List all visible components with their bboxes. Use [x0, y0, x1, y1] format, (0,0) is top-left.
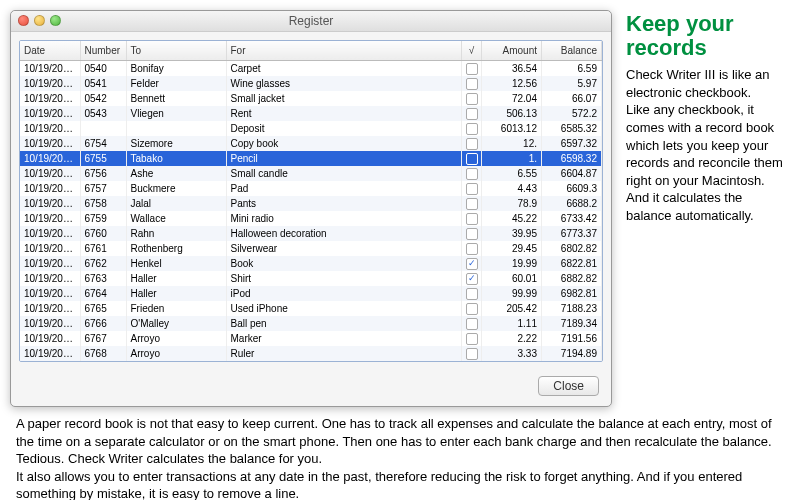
cell-balance[interactable]: 6802.82	[542, 241, 602, 256]
checkbox-icon[interactable]	[466, 243, 478, 255]
cell-balance[interactable]: 5.97	[542, 76, 602, 91]
cell-number[interactable]: 0541	[80, 76, 126, 91]
cell-for_[interactable]: Marker	[226, 331, 462, 346]
cell-date[interactable]: 10/19/20…	[20, 331, 80, 346]
checkbox-icon[interactable]	[466, 288, 478, 300]
cell-for_[interactable]: Pants	[226, 196, 462, 211]
table-row[interactable]: 10/19/20…6755TabakoPencil1.6598.32	[20, 151, 602, 166]
cell-check[interactable]	[462, 346, 482, 361]
cell-amount[interactable]: 29.45	[482, 241, 542, 256]
cell-to[interactable]: Felder	[126, 76, 226, 91]
cell-number[interactable]: 6762	[80, 256, 126, 271]
cell-check[interactable]	[462, 136, 482, 151]
cell-number[interactable]: 6755	[80, 151, 126, 166]
table-row[interactable]: 10/19/20…6768ArroyoRuler3.337194.89	[20, 346, 602, 361]
checkbox-icon[interactable]	[466, 123, 478, 135]
cell-date[interactable]: 10/19/20…	[20, 241, 80, 256]
checkbox-icon[interactable]	[466, 303, 478, 315]
cell-date[interactable]: 10/19/20…	[20, 286, 80, 301]
cell-number[interactable]: 6764	[80, 286, 126, 301]
cell-check[interactable]	[462, 331, 482, 346]
table-row[interactable]: 10/19/20…6763HallerShirt✓60.016882.82	[20, 271, 602, 286]
checkbox-icon[interactable]	[466, 153, 478, 165]
cell-amount[interactable]: 36.54	[482, 61, 542, 77]
close-button[interactable]: Close	[538, 376, 599, 396]
table-row[interactable]: 10/19/20…6756AsheSmall candle6.556604.87	[20, 166, 602, 181]
cell-for_[interactable]: Silverwear	[226, 241, 462, 256]
table-row[interactable]: 10/19/20…6754SizemoreCopy book12.6597.32	[20, 136, 602, 151]
cell-check[interactable]	[462, 301, 482, 316]
cell-amount[interactable]: 6.55	[482, 166, 542, 181]
checkbox-icon[interactable]	[466, 138, 478, 150]
cell-date[interactable]: 10/19/20…	[20, 91, 80, 106]
cell-amount[interactable]: 6013.12	[482, 121, 542, 136]
cell-to[interactable]: Frieden	[126, 301, 226, 316]
cell-amount[interactable]: 19.99	[482, 256, 542, 271]
cell-date[interactable]: 10/19/20…	[20, 61, 80, 77]
cell-check[interactable]	[462, 241, 482, 256]
cell-number[interactable]: 0540	[80, 61, 126, 77]
cell-to[interactable]: Sizemore	[126, 136, 226, 151]
checkbox-icon[interactable]	[466, 228, 478, 240]
cell-balance[interactable]: 6609.3	[542, 181, 602, 196]
cell-for_[interactable]: Pad	[226, 181, 462, 196]
cell-date[interactable]: 10/19/20…	[20, 301, 80, 316]
cell-date[interactable]: 10/19/20…	[20, 316, 80, 331]
cell-amount[interactable]: 12.	[482, 136, 542, 151]
cell-to[interactable]: O'Malley	[126, 316, 226, 331]
col-for[interactable]: For	[226, 41, 462, 61]
cell-check[interactable]	[462, 91, 482, 106]
cell-check[interactable]	[462, 106, 482, 121]
table-row[interactable]: 10/19/20…6757BuckmerePad4.436609.3	[20, 181, 602, 196]
cell-balance[interactable]: 6604.87	[542, 166, 602, 181]
cell-for_[interactable]: Mini radio	[226, 211, 462, 226]
cell-number[interactable]: 6759	[80, 211, 126, 226]
cell-date[interactable]: 10/19/20…	[20, 181, 80, 196]
cell-to[interactable]: Arroyo	[126, 346, 226, 361]
cell-check[interactable]: ✓	[462, 271, 482, 286]
cell-to[interactable]: Rothenberg	[126, 241, 226, 256]
cell-amount[interactable]: 2.22	[482, 331, 542, 346]
table-row[interactable]: 10/19/20…0542BennettSmall jacket72.0466.…	[20, 91, 602, 106]
checkbox-icon[interactable]	[466, 168, 478, 180]
cell-amount[interactable]: 12.56	[482, 76, 542, 91]
checkbox-icon[interactable]	[466, 183, 478, 195]
checkbox-icon[interactable]: ✓	[466, 273, 478, 285]
table-row[interactable]: 10/19/20…6761RothenbergSilverwear29.4568…	[20, 241, 602, 256]
cell-for_[interactable]: Deposit	[226, 121, 462, 136]
cell-amount[interactable]: 4.43	[482, 181, 542, 196]
col-balance[interactable]: Balance	[542, 41, 602, 61]
cell-to[interactable]: Arroyo	[126, 331, 226, 346]
checkbox-icon[interactable]	[466, 318, 478, 330]
table-row[interactable]: 10/19/20…0540BonifayCarpet36.546.59	[20, 61, 602, 77]
cell-check[interactable]	[462, 166, 482, 181]
table-row[interactable]: 10/19/20…6759WallaceMini radio45.226733.…	[20, 211, 602, 226]
cell-amount[interactable]: 1.	[482, 151, 542, 166]
cell-balance[interactable]: 7191.56	[542, 331, 602, 346]
table-row[interactable]: 10/19/20…0541FelderWine glasses12.565.97	[20, 76, 602, 91]
cell-for_[interactable]: Small candle	[226, 166, 462, 181]
cell-date[interactable]: 10/19/20…	[20, 76, 80, 91]
cell-amount[interactable]: 72.04	[482, 91, 542, 106]
cell-amount[interactable]: 45.22	[482, 211, 542, 226]
table-row[interactable]: 10/19/20…Deposit6013.126585.32	[20, 121, 602, 136]
cell-check[interactable]	[462, 181, 482, 196]
cell-number[interactable]: 6765	[80, 301, 126, 316]
cell-amount[interactable]: 3.33	[482, 346, 542, 361]
cell-number[interactable]	[80, 121, 126, 136]
col-check[interactable]: √	[462, 41, 482, 61]
cell-for_[interactable]: Shirt	[226, 271, 462, 286]
cell-amount[interactable]: 1.11	[482, 316, 542, 331]
cell-for_[interactable]: Copy book	[226, 136, 462, 151]
cell-for_[interactable]: Book	[226, 256, 462, 271]
cell-balance[interactable]: 6597.32	[542, 136, 602, 151]
checkbox-icon[interactable]: ✓	[466, 258, 478, 270]
cell-amount[interactable]: 78.9	[482, 196, 542, 211]
checkbox-icon[interactable]	[466, 348, 478, 360]
cell-for_[interactable]: Small jacket	[226, 91, 462, 106]
cell-amount[interactable]: 39.95	[482, 226, 542, 241]
checkbox-icon[interactable]	[466, 63, 478, 75]
checkbox-icon[interactable]	[466, 213, 478, 225]
cell-date[interactable]: 10/19/20…	[20, 196, 80, 211]
checkbox-icon[interactable]	[466, 333, 478, 345]
